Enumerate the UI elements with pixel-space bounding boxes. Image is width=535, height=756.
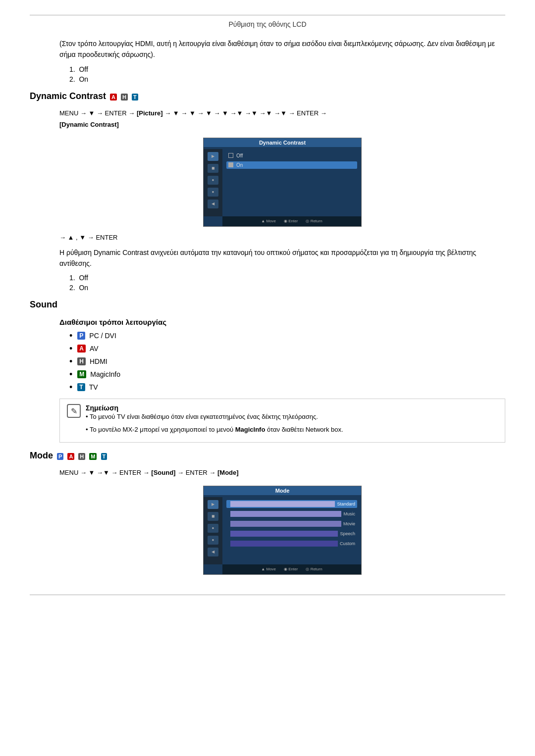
bottom-bar-enter: ◉ Enter bbox=[284, 219, 298, 223]
mode-bottom-return: ◎ Return bbox=[306, 567, 322, 571]
bullet-dot: • bbox=[69, 357, 72, 366]
mode-badge-a: A bbox=[77, 345, 86, 353]
note-list: Το μενού TV είναι διαθέσιμο όταν είναι ε… bbox=[86, 412, 343, 434]
mode-label-pc: PC / DVI bbox=[89, 332, 116, 340]
mode-screen-sidebar: ▶ ◼ ● ● ◀ bbox=[204, 497, 222, 564]
mode-item-magicinfo: • M MagicInfo bbox=[69, 370, 505, 379]
mode-item-movie: Movie bbox=[226, 520, 357, 528]
badge-m: M bbox=[89, 453, 97, 460]
available-modes-subsection: Διαθέσιμοι τρόποι λειτουργίας • P PC / D… bbox=[59, 318, 505, 443]
mode-bar-custom bbox=[230, 541, 338, 547]
sound-content: Διαθέσιμοι τρόποι λειτουργίας • P PC / D… bbox=[59, 318, 505, 443]
note-item-1: Το μενού TV είναι διαθέσιμο όταν είναι ε… bbox=[86, 412, 343, 422]
screen-sidebar: ▶ ◼ ● ● ◀ bbox=[204, 149, 222, 216]
sound-section: Sound Διαθέσιμοι τρόποι λειτουργίας • P … bbox=[30, 300, 505, 443]
mode-bar-music bbox=[230, 511, 341, 517]
badge-a: A bbox=[110, 94, 117, 101]
option-label-on: On bbox=[236, 162, 243, 168]
note-heading: Σημείωση bbox=[86, 404, 118, 412]
screen-main: Off On bbox=[222, 149, 361, 216]
intro-section: (Στον τρόπο λειτουργίας HDMI, αυτή η λει… bbox=[59, 38, 505, 83]
mode-badge-m: M bbox=[77, 370, 86, 378]
mode-badge-h: H bbox=[77, 357, 86, 365]
list-item: 2. On bbox=[69, 75, 505, 83]
mode-bar-speech bbox=[230, 531, 338, 537]
mode-bottom-move: ▲ Move bbox=[261, 567, 276, 571]
note-item-2: Το μοντέλο MX-2 μπορεί να χρησιμοποιεί τ… bbox=[86, 425, 343, 435]
option-box-on bbox=[228, 162, 233, 167]
badge-h2: H bbox=[78, 453, 85, 460]
mode-screen-main: Standard Music Movie Speech bbox=[222, 497, 361, 564]
dynamic-contrast-heading: Dynamic Contrast A H T bbox=[30, 91, 505, 101]
intro-list: 1. Off 2. On bbox=[69, 65, 505, 83]
badge-t: T bbox=[132, 94, 138, 101]
screen-title: Dynamic Contrast bbox=[204, 138, 361, 147]
option-box-off bbox=[228, 153, 233, 158]
sidebar-icon-3: ● bbox=[208, 176, 218, 185]
sidebar-icon-1: ▶ bbox=[208, 152, 218, 161]
mode-screen-bottom-bar: ▲ Move ◉ Enter ◎ Return bbox=[222, 564, 361, 574]
bullet-dot: • bbox=[69, 331, 72, 340]
menu-path-dynamic-contrast: MENU → ▼ → ENTER → [Picture] → ▼ → ▼ → ▼… bbox=[59, 107, 505, 131]
bottom-bar-move: ▲ Move bbox=[261, 219, 276, 223]
list-item: 1. Off bbox=[69, 65, 505, 73]
bullet-dot: • bbox=[69, 383, 72, 392]
page-bottom-border bbox=[30, 595, 505, 595]
mode-item-av: • A AV bbox=[69, 344, 505, 353]
mode-sidebar-icon-3: ● bbox=[208, 524, 218, 533]
mode-bar-movie bbox=[230, 521, 341, 527]
mode-label-av: AV bbox=[90, 345, 99, 353]
mode-menu-path: MENU → ▼ →▼ → ENTER → [Sound] → ENTER → … bbox=[59, 467, 505, 478]
mode-label-magicinfo: MagicInfo bbox=[90, 370, 120, 378]
note-icon: ✎ bbox=[67, 404, 81, 418]
dynamic-contrast-description: Η ρύθμιση Dynamic Contrast ανιχνεύει αυτ… bbox=[59, 247, 505, 269]
mode-content: MENU → ▼ →▼ → ENTER → [Sound] → ENTER → … bbox=[59, 467, 505, 574]
mode-badge-p: P bbox=[77, 332, 85, 340]
sidebar-icon-5: ◀ bbox=[208, 200, 218, 208]
mode-sidebar-icon-4: ● bbox=[208, 536, 218, 545]
list-item: 1. Off bbox=[69, 274, 505, 282]
mode-section: Mode P A H M T MENU → ▼ →▼ → ENTER → [So… bbox=[30, 451, 505, 574]
note-box: ✎ Σημείωση Το μενού TV είναι διαθέσιμο ό… bbox=[59, 399, 505, 443]
sound-heading: Sound bbox=[30, 300, 505, 310]
mode-bar-standard bbox=[230, 501, 335, 507]
mode-item-custom: Custom bbox=[226, 540, 357, 548]
mode-label-hdmi: HDMI bbox=[90, 357, 107, 365]
mode-item-speech: Speech bbox=[226, 530, 357, 538]
sidebar-icon-2: ◼ bbox=[208, 164, 218, 173]
page-header: Ρύθμιση της οθόνης LCD bbox=[30, 15, 505, 28]
mode-item-music: Music bbox=[226, 510, 357, 518]
page-container: Ρύθμιση της οθόνης LCD (Στον τρόπο λειτο… bbox=[0, 0, 535, 610]
dynamic-contrast-screen: Dynamic Contrast ▶ ◼ ● ● ◀ Off On bbox=[203, 138, 362, 227]
badge-h: H bbox=[121, 94, 128, 101]
mode-sidebar-icon-1: ▶ bbox=[208, 500, 218, 509]
sidebar-icon-4: ● bbox=[208, 188, 218, 197]
mode-sidebar-icon-2: ◼ bbox=[208, 512, 218, 521]
page-title: Ρύθμιση της οθόνης LCD bbox=[228, 20, 306, 28]
mode-item-standard: Standard bbox=[226, 500, 357, 508]
mode-heading: Mode P A H M T bbox=[30, 451, 505, 461]
screen-option-on: On bbox=[226, 161, 357, 169]
mode-item-tv: • T TV bbox=[69, 383, 505, 392]
dynamic-contrast-content: MENU → ▼ → ENTER → [Picture] → ▼ → ▼ → ▼… bbox=[59, 107, 505, 292]
bullet-dot: • bbox=[69, 344, 72, 353]
bottom-bar-return: ◎ Return bbox=[306, 219, 322, 223]
dynamic-contrast-section: Dynamic Contrast A H T MENU → ▼ → ENTER … bbox=[30, 91, 505, 292]
screen-bottom-bar: ▲ Move ◉ Enter ◎ Return bbox=[222, 216, 361, 226]
option-label-off: Off bbox=[236, 153, 243, 158]
mode-item-pc: • P PC / DVI bbox=[69, 331, 505, 340]
badge-p: P bbox=[57, 453, 63, 460]
note-content: Σημείωση Το μενού TV είναι διαθέσιμο ότα… bbox=[86, 404, 343, 437]
dynamic-contrast-list: 1. Off 2. On bbox=[69, 274, 505, 292]
mode-screen-title: Mode bbox=[204, 486, 361, 495]
bullet-dot: • bbox=[69, 370, 72, 379]
mode-bottom-enter: ◉ Enter bbox=[284, 567, 298, 571]
badge-t2: T bbox=[101, 453, 107, 460]
mode-badge-t: T bbox=[77, 383, 85, 391]
screen-option-off: Off bbox=[226, 152, 357, 159]
available-modes-heading: Διαθέσιμοι τρόποι λειτουργίας bbox=[59, 318, 505, 326]
mode-sidebar-icon-5: ◀ bbox=[208, 548, 218, 556]
intro-text: (Στον τρόπο λειτουργίας HDMI, αυτή η λει… bbox=[59, 38, 505, 60]
mode-label-tv: TV bbox=[89, 383, 98, 391]
modes-list: • P PC / DVI • A AV • H HDMI bbox=[69, 331, 505, 392]
